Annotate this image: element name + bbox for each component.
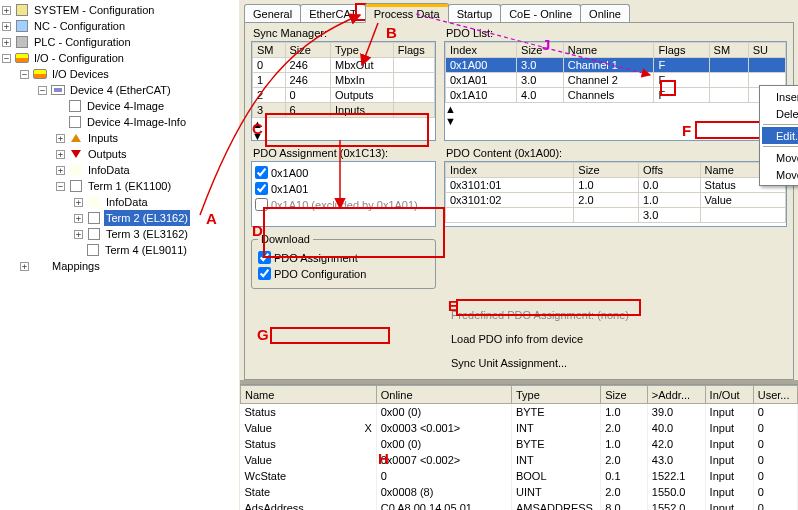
checkbox[interactable]: [255, 182, 268, 195]
sync-manager-label: Sync Manager:: [253, 27, 436, 39]
col-flags[interactable]: Flags: [654, 43, 709, 58]
scrollbar[interactable]: ▲▼: [252, 118, 435, 141]
expander-icon[interactable]: +: [74, 214, 83, 223]
expander-icon[interactable]: −: [38, 86, 47, 95]
col-sm[interactable]: SM: [709, 43, 748, 58]
col-inout[interactable]: In/Out: [705, 386, 753, 404]
tree-term4[interactable]: Term 4 (EL9011): [103, 242, 189, 258]
expander-icon[interactable]: +: [56, 150, 65, 159]
variable-row[interactable]: ValueX0x0003 <0.001>INT2.040.0Input0: [241, 420, 798, 436]
pdo-assignment-list[interactable]: 0x1A00 0x1A01 0x1A10 (excluded by 0x1A01…: [251, 161, 436, 227]
variable-row[interactable]: AdsAddressC0 A8 00 14 05 01 ...AMSADDRES…: [241, 500, 798, 511]
variable-grid[interactable]: Name Online Type Size >Addr... In/Out Us…: [240, 384, 798, 510]
col-name[interactable]: Name: [563, 43, 654, 58]
col-type[interactable]: Type: [331, 43, 394, 58]
pdo-assign-item: 0x1A00: [255, 165, 432, 180]
col-type[interactable]: Type: [511, 386, 600, 404]
expander-icon[interactable]: +: [20, 262, 29, 271]
tree-term3[interactable]: Term 3 (EL3162): [104, 226, 190, 242]
variable-row[interactable]: Status0x00 (0)BYTE1.042.0Input0: [241, 436, 798, 452]
expander-icon[interactable]: +: [2, 6, 11, 15]
checkbox[interactable]: [258, 267, 271, 280]
sync-row: 1246MbxIn: [253, 73, 435, 88]
col-sm[interactable]: SM: [253, 43, 286, 58]
col-index[interactable]: Index: [446, 43, 517, 58]
col-size[interactable]: Size: [574, 163, 639, 178]
checkbox[interactable]: [255, 198, 268, 211]
tab-process-data[interactable]: Process Data: [365, 3, 449, 23]
pdo-content-table[interactable]: Index Size Offs Name 0x3101:011.00.0Stat…: [444, 161, 787, 227]
sync-manager-table[interactable]: SM Size Type Flags 0246MbxOut 1246MbxIn …: [251, 41, 436, 141]
expander-icon[interactable]: +: [56, 166, 65, 175]
scrollbar[interactable]: ▲▼: [445, 103, 786, 127]
ctx-edit[interactable]: Edit...: [762, 127, 798, 144]
pdo-content-row: 3.0: [446, 208, 786, 223]
tab-ethercat[interactable]: EtherCAT: [300, 4, 365, 22]
sync-row: 36Inputs: [253, 103, 435, 118]
tree-plc[interactable]: PLC - Configuration: [32, 34, 133, 50]
tab-general[interactable]: General: [244, 4, 301, 22]
tree-infodata[interactable]: InfoData: [86, 162, 132, 178]
checkbox[interactable]: [258, 251, 271, 264]
tab-page: Sync Manager: SM Size Type Flags: [244, 22, 794, 380]
col-offs[interactable]: Offs: [638, 163, 700, 178]
tree-iodevices[interactable]: I/O Devices: [50, 66, 111, 82]
tree-device4-image[interactable]: Device 4-Image: [85, 98, 166, 114]
expander-icon[interactable]: −: [2, 54, 11, 63]
scroll-up-icon[interactable]: ▲: [445, 103, 786, 115]
ctx-move-down[interactable]: Move Down: [762, 166, 798, 183]
tab-coe-online[interactable]: CoE - Online: [500, 4, 581, 22]
pdo-list-label: PDO List:: [446, 27, 787, 39]
col-size[interactable]: Size: [285, 43, 331, 58]
tree-nc[interactable]: NC - Configuration: [32, 18, 127, 34]
sync-unit-assignment-button[interactable]: Sync Unit Assignment...: [444, 353, 787, 373]
expander-icon[interactable]: +: [74, 198, 83, 207]
col-size[interactable]: Size: [517, 43, 564, 58]
scroll-down-icon[interactable]: ▼: [252, 130, 435, 141]
pdo-assign-item: 0x1A10 (excluded by 0x1A01): [255, 197, 432, 212]
tree-term1-info[interactable]: InfoData: [104, 194, 150, 210]
ctx-move-up[interactable]: Move Up: [762, 149, 798, 166]
download-legend: Download: [258, 233, 313, 245]
ctx-insert[interactable]: Insert...: [762, 88, 798, 105]
tree-device4[interactable]: Device 4 (EtherCAT): [68, 82, 173, 98]
checkbox[interactable]: [255, 166, 268, 179]
ctx-delete[interactable]: Delete...: [762, 105, 798, 122]
tab-online[interactable]: Online: [580, 4, 630, 22]
col-user[interactable]: User...: [753, 386, 797, 404]
expander-icon[interactable]: −: [20, 70, 29, 79]
expander-icon[interactable]: +: [2, 22, 11, 31]
variable-row[interactable]: Status0x00 (0)BYTE1.039.0Input0: [241, 404, 798, 420]
variable-row[interactable]: Value0x0007 <0.002>INT2.043.0Input0: [241, 452, 798, 468]
col-addr[interactable]: >Addr...: [647, 386, 705, 404]
tree-term2[interactable]: Term 2 (EL3162): [104, 210, 190, 226]
expander-icon[interactable]: +: [56, 134, 65, 143]
col-name[interactable]: Name: [241, 386, 377, 404]
load-pdo-info-button[interactable]: Load PDO info from device: [444, 329, 787, 349]
tree-mappings[interactable]: Mappings: [50, 258, 102, 274]
scroll-up-icon[interactable]: ▲: [252, 118, 435, 130]
col-index[interactable]: Index: [446, 163, 574, 178]
col-flags[interactable]: Flags: [393, 43, 434, 58]
expander-icon[interactable]: −: [56, 182, 65, 191]
tree-pane[interactable]: +SYSTEM - Configuration +NC - Configurat…: [0, 0, 240, 510]
scrollbar[interactable]: ▲▼: [445, 223, 786, 227]
tab-startup[interactable]: Startup: [448, 4, 501, 22]
variable-row[interactable]: WcState0BOOL0.11522.1Input0: [241, 468, 798, 484]
variable-row[interactable]: State0x0008 (8)UINT2.01550.0Input0: [241, 484, 798, 500]
tree-io[interactable]: I/O - Configuration: [32, 50, 126, 66]
scroll-down-icon[interactable]: ▼: [445, 115, 786, 127]
pdo-list-table[interactable]: Index Size Name Flags SM SU 0x1A003.0Cha…: [444, 41, 787, 141]
tree-system[interactable]: SYSTEM - Configuration: [32, 2, 156, 18]
col-online[interactable]: Online: [376, 386, 511, 404]
tree-device4-image-info[interactable]: Device 4-Image-Info: [85, 114, 188, 130]
predefined-pdo-assignment-button[interactable]: Predefined PDO Assignment: (none): [444, 305, 787, 325]
scroll-up-icon[interactable]: ▲: [445, 223, 786, 227]
col-size[interactable]: Size: [601, 386, 648, 404]
expander-icon[interactable]: +: [74, 230, 83, 239]
tree-outputs[interactable]: Outputs: [86, 146, 129, 162]
tree-inputs[interactable]: Inputs: [86, 130, 120, 146]
expander-icon[interactable]: +: [2, 38, 11, 47]
tree-term1[interactable]: Term 1 (EK1100): [86, 178, 173, 194]
col-su[interactable]: SU: [748, 43, 785, 58]
